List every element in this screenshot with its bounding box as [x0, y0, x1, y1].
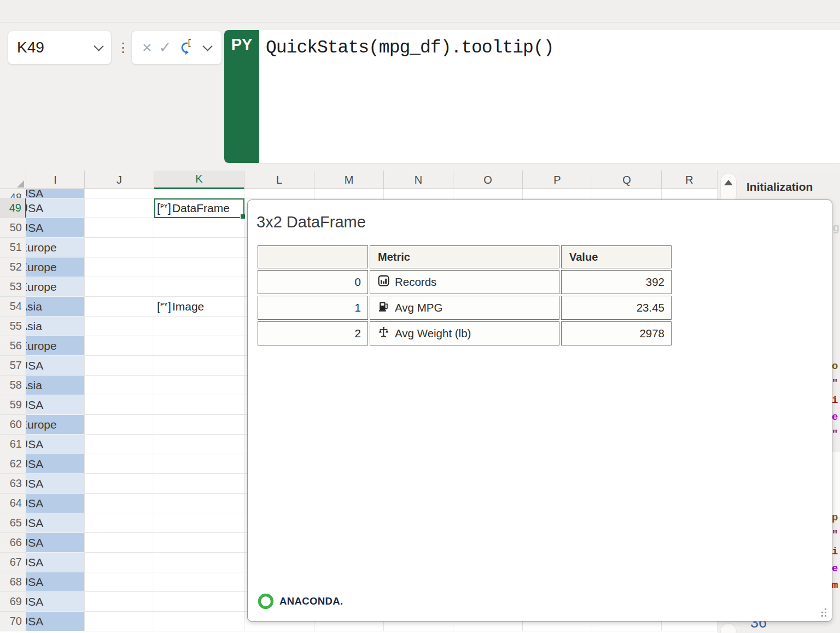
cell-J57[interactable] — [85, 356, 154, 376]
row-header-61[interactable]: 61 — [0, 435, 26, 454]
cell-I48[interactable]: USA — [26, 189, 85, 198]
cell-K58[interactable] — [154, 376, 244, 395]
row-header-69[interactable]: 69 — [0, 592, 26, 612]
cell-J52[interactable] — [85, 257, 154, 277]
cell-K51[interactable] — [154, 238, 244, 257]
column-header-R[interactable]: R — [662, 171, 718, 189]
cell-J65[interactable] — [85, 513, 154, 533]
cell-K54[interactable]: [PY]Image — [154, 297, 244, 317]
cell-K70[interactable] — [154, 612, 244, 631]
row-header-65[interactable]: 65 — [0, 513, 26, 533]
cell-K60[interactable] — [154, 415, 244, 435]
scroll-down-button[interactable] — [720, 623, 737, 633]
row-header-60[interactable]: 60 — [0, 415, 26, 435]
cell-I58[interactable]: Asia — [26, 376, 85, 395]
column-header-P[interactable]: P — [523, 171, 592, 189]
column-header-I[interactable]: I — [26, 171, 85, 189]
cell-I53[interactable]: Europe — [26, 277, 85, 297]
cell-J68[interactable] — [85, 572, 154, 592]
cell-I64[interactable]: USA — [26, 494, 85, 513]
column-header-K[interactable]: K — [154, 171, 244, 189]
column-header-Q[interactable]: Q — [592, 171, 662, 189]
cell-I70[interactable]: USA — [26, 612, 85, 631]
cell-I63[interactable]: USA — [26, 474, 85, 494]
row-header-68[interactable]: 68 — [0, 572, 26, 592]
cancel-icon[interactable]: × — [142, 39, 152, 56]
cell-J61[interactable] — [85, 435, 154, 454]
row-header-63[interactable]: 63 — [0, 474, 26, 494]
cell-J62[interactable] — [85, 454, 154, 474]
cell-I54[interactable]: Asia — [26, 297, 85, 317]
cell-I51[interactable]: Europe — [26, 238, 85, 257]
row-header-57[interactable]: 57 — [0, 356, 26, 376]
formula-text[interactable]: QuickStats(mpg_df).tooltip() — [266, 38, 554, 58]
row-header-51[interactable]: 51 — [0, 238, 26, 257]
enter-icon[interactable]: ✓ — [159, 40, 171, 55]
cell-J50[interactable] — [85, 218, 154, 238]
cell-K67[interactable] — [154, 553, 244, 572]
cell-K53[interactable] — [154, 277, 244, 297]
cell-K59[interactable] — [154, 395, 244, 415]
cell-I68[interactable]: USA — [26, 572, 85, 592]
cell-I55[interactable]: Asia — [26, 317, 85, 336]
cell-K61[interactable] — [154, 435, 244, 454]
cell-K57[interactable] — [154, 356, 244, 376]
cell-K56[interactable] — [154, 336, 244, 356]
row-header-59[interactable]: 59 — [0, 395, 26, 415]
cell-J49[interactable] — [85, 198, 154, 218]
cell-K52[interactable] — [154, 257, 244, 277]
cell-K62[interactable] — [154, 454, 244, 474]
fill-handle[interactable] — [240, 214, 246, 219]
row-header-53[interactable]: 53 — [0, 277, 26, 297]
cell-K55[interactable] — [154, 317, 244, 336]
row-header-70[interactable]: 70 — [0, 612, 26, 631]
cell-I67[interactable]: USA — [26, 553, 85, 572]
cell-I61[interactable]: USA — [26, 435, 85, 454]
insert-python-icon[interactable]: [ ] — [178, 39, 197, 56]
row-header-49[interactable]: 49 — [0, 198, 26, 218]
cell-O48[interactable] — [453, 189, 523, 198]
row-header-48[interactable]: 48 — [0, 189, 26, 198]
cell-J56[interactable] — [85, 336, 154, 356]
row-header-54[interactable]: 54 — [0, 297, 26, 317]
cell-K69[interactable] — [154, 592, 244, 612]
cell-P48[interactable] — [523, 189, 592, 198]
cell-J48[interactable] — [85, 189, 154, 198]
cell-J63[interactable] — [85, 474, 154, 494]
cell-K48[interactable] — [154, 189, 244, 198]
row-header-62[interactable]: 62 — [0, 454, 26, 474]
chevron-down-icon[interactable] — [202, 41, 212, 51]
column-header-M[interactable]: M — [314, 171, 384, 189]
cell-I56[interactable]: Europe — [26, 336, 85, 356]
cell-K64[interactable] — [154, 494, 244, 513]
row-header-64[interactable]: 64 — [0, 494, 26, 513]
cell-I52[interactable]: Europe — [26, 257, 85, 277]
row-header-66[interactable]: 66 — [0, 533, 26, 553]
row-header-50[interactable]: 50 — [0, 218, 26, 238]
name-box[interactable]: K49 — [8, 31, 112, 65]
formula-input[interactable]: PY QuickStats(mpg_df).tooltip() — [224, 30, 840, 163]
row-header-56[interactable]: 56 — [0, 336, 26, 356]
cell-J54[interactable] — [85, 297, 154, 317]
select-all-corner[interactable] — [0, 171, 26, 189]
cell-J60[interactable] — [85, 415, 154, 435]
cell-K68[interactable] — [154, 572, 244, 592]
cell-I57[interactable]: USA — [26, 356, 85, 376]
cell-I66[interactable]: USA — [26, 533, 85, 553]
cell-J59[interactable] — [85, 395, 154, 415]
cell-Q48[interactable] — [592, 189, 662, 198]
cell-J64[interactable] — [85, 494, 154, 513]
chevron-down-icon[interactable] — [94, 41, 103, 51]
cell-J55[interactable] — [85, 317, 154, 336]
column-header-L[interactable]: L — [244, 171, 314, 189]
cell-J58[interactable] — [85, 376, 154, 395]
cell-J69[interactable] — [85, 592, 154, 612]
row-header-52[interactable]: 52 — [0, 257, 26, 277]
cell-K65[interactable] — [154, 513, 244, 533]
cell-J51[interactable] — [85, 238, 154, 257]
cell-L48[interactable] — [244, 189, 314, 198]
formula-bar-overflow-icon[interactable]: ⋮ — [116, 31, 130, 65]
row-header-58[interactable]: 58 — [0, 376, 26, 395]
resize-grip[interactable] — [819, 609, 826, 617]
row-header-67[interactable]: 67 — [0, 553, 26, 572]
